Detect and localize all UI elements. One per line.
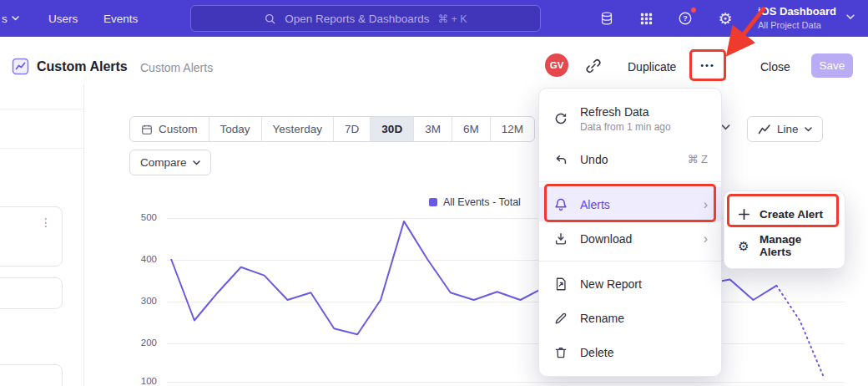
calendar-icon <box>141 124 153 135</box>
refresh-icon <box>553 110 569 127</box>
chart-legend: All Events - Total <box>429 196 521 208</box>
range-3m[interactable]: 3M <box>414 117 452 141</box>
menu-item-download[interactable]: Download › <box>539 221 721 256</box>
copy-link-icon[interactable] <box>585 58 602 74</box>
range-yesterday[interactable]: Yesterday <box>262 117 335 141</box>
project-subtitle: All Project Data <box>758 20 836 30</box>
alert-bell-icon <box>553 196 569 213</box>
range-6m[interactable]: 6M <box>452 117 491 141</box>
y-axis-tick: 300 <box>132 296 157 306</box>
undo-label: Undo <box>580 153 676 166</box>
sidebar-card[interactable] <box>0 277 63 309</box>
menu-item-refresh-data[interactable]: Refresh Data Data from 1 min ago <box>539 95 721 142</box>
range-custom[interactable]: Custom <box>130 117 209 141</box>
chevron-down-icon[interactable] <box>721 124 730 130</box>
project-selector[interactable]: iOS Dashboard All Project Data <box>758 5 836 30</box>
nav-item-events[interactable]: Events <box>103 0 138 37</box>
apps-grid-icon[interactable] <box>637 9 655 28</box>
range-30d-selected[interactable]: 30D <box>371 117 414 141</box>
search-icon <box>264 13 276 25</box>
menu-item-undo[interactable]: Undo ⌘ Z <box>539 142 721 176</box>
duplicate-button[interactable]: Duplicate <box>628 60 676 74</box>
range-label: 6M <box>463 123 479 135</box>
legend-swatch <box>429 198 437 206</box>
chevron-right-icon: › <box>704 232 708 246</box>
global-search-input[interactable]: Open Reports & Dashboards ⌘ + K <box>190 5 541 32</box>
download-label: Download <box>580 232 693 246</box>
refresh-label: Refresh Data <box>580 105 708 119</box>
top-navbar: s Users Events Open Reports & Dashboards… <box>0 0 868 37</box>
range-label: 3M <box>425 123 441 135</box>
svg-text:?: ? <box>683 14 688 23</box>
menu-divider <box>539 261 721 262</box>
avatar[interactable]: GV <box>545 53 568 77</box>
page-title: Custom Alerts <box>37 59 128 74</box>
sidebar-divider <box>83 84 84 386</box>
compare-label: Compare <box>140 156 187 169</box>
range-label: 30D <box>381 123 402 135</box>
sidebar-row-divider <box>0 148 83 149</box>
app-window: s Users Events Open Reports & Dashboards… <box>0 0 868 386</box>
new-report-icon <box>553 276 569 292</box>
submenu-item-manage-alerts[interactable]: ⚙ Manage Alerts <box>724 230 845 262</box>
close-button[interactable]: Close <box>760 60 790 74</box>
chevron-down-icon <box>193 160 200 165</box>
nav-item-partial[interactable]: s <box>2 0 19 37</box>
menu-divider <box>539 181 721 182</box>
range-7d[interactable]: 7D <box>334 117 371 141</box>
undo-icon <box>553 151 569 168</box>
undo-shortcut: ⌘ Z <box>687 153 708 165</box>
y-axis-tick: 100 <box>132 376 157 386</box>
chevron-right-icon: › <box>704 198 708 211</box>
nav-users-label: Users <box>48 13 78 25</box>
chevron-down-icon <box>805 127 812 132</box>
compare-button[interactable]: Compare <box>129 150 211 175</box>
sidebar-card[interactable] <box>0 364 63 386</box>
gear-icon: ⚙ <box>736 238 751 253</box>
menu-item-alerts[interactable]: Alerts › <box>539 187 721 221</box>
range-12m[interactable]: 12M <box>491 117 534 141</box>
range-custom-label: Custom <box>159 123 198 135</box>
save-button[interactable]: Save <box>811 53 853 78</box>
new-report-label: New Report <box>580 277 708 291</box>
range-today[interactable]: Today <box>209 117 262 141</box>
legend-label: All Events - Total <box>443 196 521 208</box>
nav-partial-label: s <box>2 13 8 25</box>
sidebar-row-divider <box>0 109 83 109</box>
report-chart-icon <box>12 58 29 75</box>
chart-type-button[interactable]: Line <box>747 116 823 142</box>
nav-item-users[interactable]: Users <box>48 0 78 37</box>
help-icon[interactable]: ? <box>676 9 694 28</box>
trash-icon <box>553 344 569 361</box>
menu-item-new-report[interactable]: New Report <box>539 267 721 301</box>
alerts-label: Alerts <box>580 198 693 211</box>
sidebar-card[interactable]: ⋮ <box>0 206 63 267</box>
data-sources-icon[interactable] <box>598 9 616 28</box>
more-options-button[interactable]: ••• <box>694 56 722 74</box>
range-label: Today <box>220 123 250 135</box>
notification-dot <box>690 7 697 13</box>
nav-events-label: Events <box>103 13 138 25</box>
menu-item-rename[interactable]: Rename <box>539 301 721 335</box>
y-axis-tick: 500 <box>132 212 157 222</box>
range-label: Yesterday <box>273 123 323 135</box>
range-label: 12M <box>502 123 523 135</box>
chevron-down-icon[interactable] <box>846 14 855 20</box>
search-shortcut-hint: ⌘ + K <box>438 13 467 25</box>
delete-label: Delete <box>580 346 708 359</box>
manage-alerts-label: Manage Alerts <box>760 233 833 258</box>
y-axis-tick: 200 <box>132 338 157 348</box>
kebab-menu-icon[interactable]: ⋮ <box>40 216 52 229</box>
y-axis-tick: 400 <box>132 254 157 264</box>
alerts-submenu: Create Alert ⚙ Manage Alerts <box>724 190 845 269</box>
line-chart-icon <box>758 124 771 135</box>
date-range-segmented-control: Custom Today Yesterday 7D 30D 3M 6M 12M <box>129 116 535 142</box>
search-placeholder: Open Reports & Dashboards <box>285 13 429 25</box>
menu-item-delete[interactable]: Delete <box>539 335 721 369</box>
more-options-menu: Refresh Data Data from 1 min ago Undo ⌘ … <box>538 88 722 377</box>
settings-gear-icon[interactable]: ⚙ <box>716 9 734 28</box>
create-alert-label: Create Alert <box>760 208 823 221</box>
submenu-item-create-alert[interactable]: Create Alert <box>724 198 845 230</box>
download-icon <box>553 231 569 247</box>
project-title: iOS Dashboard <box>758 5 836 18</box>
